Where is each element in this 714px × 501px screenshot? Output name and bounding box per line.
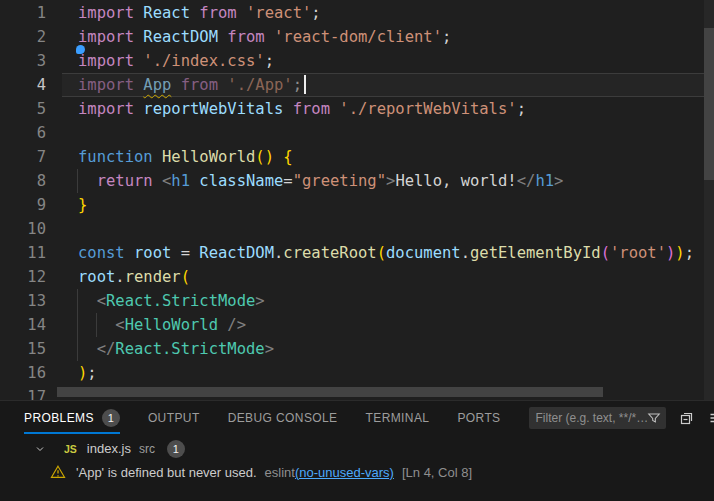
line-content[interactable] [62,121,714,145]
code-token [78,340,97,358]
line-content[interactable]: return <h1 className="greeting">Hello, w… [62,169,714,193]
line-number[interactable]: 11 [0,241,62,265]
line-content[interactable]: <HelloWorld /> [62,313,714,337]
code-line-9[interactable]: 9} [0,193,714,217]
file-problems-count-badge: 1 [167,440,185,458]
code-token [274,148,283,166]
indent-guide [77,313,78,337]
tab-ports[interactable]: PORTS [457,401,500,434]
problem-row[interactable]: 'App' is defined but never used. eslint … [0,460,714,484]
code-line-13[interactable]: 13 <React.StrictMode> [0,289,714,313]
line-number[interactable]: 17 [0,385,62,400]
line-content[interactable]: } [62,193,714,217]
code-token: ; [311,4,320,22]
code-line-3[interactable]: 3import './index.css'; [0,49,714,73]
code-line-14[interactable]: 14 <HelloWorld /> [0,313,714,337]
code-line-1[interactable]: 1import React from 'react'; [0,1,714,25]
code-line-4[interactable]: 4import App from './App'; [0,73,714,97]
tab-output[interactable]: OUTPUT [148,401,200,434]
line-number[interactable]: 5 [0,97,62,121]
code-line-5[interactable]: 5import reportWebVitals from './reportWe… [0,97,714,121]
tab-problems[interactable]: PROBLEMS 1 [24,401,120,434]
line-number[interactable]: 9 [0,193,62,217]
code-token [190,172,199,190]
tab-terminal[interactable]: TERMINAL [366,401,430,434]
line-content[interactable]: <React.StrictMode> [62,289,714,313]
tab-debug-console-label: DEBUG CONSOLE [228,411,338,425]
list-view-icon [708,410,714,426]
code-token: import [78,28,143,46]
problems-file-row[interactable]: JS index.js src 1 [0,437,714,460]
bottom-panel: PROBLEMS 1 OUTPUT DEBUG CONSOLE TERMINAL… [0,400,714,501]
code-token: reportWebVitals [143,100,292,118]
vscode-window: 1import React from 'react';2import React… [0,0,714,501]
line-number[interactable]: 4 [0,73,62,97]
line-number[interactable]: 2 [0,25,62,49]
code-token: </ [517,172,536,190]
line-content[interactable]: root.render( [62,265,714,289]
problem-location: [Ln 4, Col 8] [402,465,472,480]
indent-guide [96,313,97,337]
line-content[interactable]: function HelloWorld() { [62,145,714,169]
problem-rule-link[interactable]: (no-unused-vars) [295,465,394,480]
code-token [78,172,97,190]
line-number[interactable]: 14 [0,313,62,337]
code-token: from [199,4,246,22]
vertical-scrollbar[interactable] [704,0,714,400]
line-number[interactable]: 6 [0,121,62,145]
line-content[interactable] [62,217,714,241]
line-number[interactable]: 3 [0,49,62,73]
line-number[interactable]: 10 [0,217,62,241]
code-token: root [134,244,181,262]
horizontal-scrollbar[interactable] [57,387,603,397]
code-line-6[interactable]: 6 [0,121,714,145]
code-editor: 1import React from 'react';2import React… [0,0,714,400]
filter-input[interactable] [536,411,647,425]
indent-guide [77,289,78,313]
code-token: ) [666,244,675,262]
code-token: /> [218,316,246,334]
line-number[interactable]: 1 [0,1,62,25]
collapse-all-icon [679,410,695,426]
line-number[interactable]: 12 [0,265,62,289]
line-content[interactable]: import React from 'react'; [62,1,714,25]
line-number[interactable]: 8 [0,169,62,193]
code-line-15[interactable]: 15 </React.StrictMode> [0,337,714,361]
chevron-down-icon[interactable] [34,443,46,455]
code-token: const [78,244,134,262]
code-token: App [143,76,171,94]
code-token: ReactDOM [199,244,274,262]
line-content[interactable]: </React.StrictMode> [62,337,714,361]
code-line-7[interactable]: 7function HelloWorld() { [0,145,714,169]
vertical-scrollbar-thumb[interactable] [704,28,714,180]
code-line-10[interactable]: 10 [0,217,714,241]
line-content[interactable]: ); [62,361,714,385]
line-content[interactable]: import App from './App'; [62,73,714,97]
line-content[interactable]: const root = ReactDOM.createRoot(documen… [62,241,714,265]
tab-output-label: OUTPUT [148,411,200,425]
collapse-all-button[interactable] [678,409,696,427]
code-line-8[interactable]: 8 return <h1 className="greeting">Hello,… [0,169,714,193]
line-number[interactable]: 15 [0,337,62,361]
line-content[interactable]: import reportWebVitals from './reportWeb… [62,97,714,121]
blue-cursor-dot-icon [76,45,85,54]
tab-debug-console[interactable]: DEBUG CONSOLE [228,401,338,434]
tab-problems-label: PROBLEMS [24,411,94,425]
code-token: './reportWebVitals' [339,100,516,118]
code-line-12[interactable]: 12root.render( [0,265,714,289]
line-number[interactable]: 16 [0,361,62,385]
line-content[interactable]: import ReactDOM from 'react-dom/client'; [62,25,714,49]
code-line-16[interactable]: 16); [0,361,714,385]
view-as-list-button[interactable] [707,409,714,427]
code-token: h1 [171,172,190,190]
line-number[interactable]: 7 [0,145,62,169]
line-content[interactable]: import './index.css'; [62,49,714,73]
code-token: ; [87,364,96,382]
line-number[interactable]: 13 [0,289,62,313]
code-line-11[interactable]: 11const root = ReactDOM.createRoot(docum… [0,241,714,265]
code-line-2[interactable]: 2import ReactDOM from 'react-dom/client'… [0,25,714,49]
code-token: </ [97,340,116,358]
problems-filter-box[interactable] [529,407,666,429]
code-token: = [181,244,200,262]
code-token: import [78,52,143,70]
